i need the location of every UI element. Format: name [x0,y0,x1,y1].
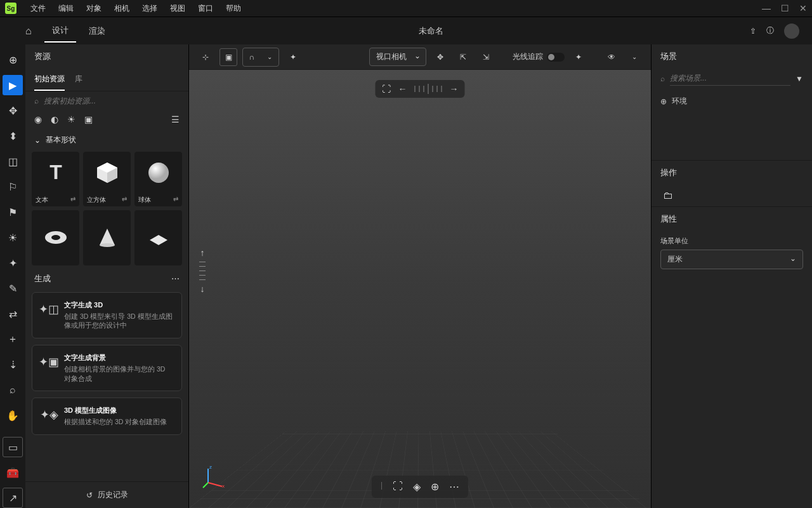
more-icon[interactable]: ⋯ [171,274,180,283]
window-close[interactable]: ✕ [799,3,807,13]
unit-value: 厘米 [667,254,683,265]
vt-magnet-caret[interactable]: ⌄ [261,48,278,66]
tool-brush[interactable]: ✎ [3,278,23,298]
asset-options-icon[interactable]: ⇄ [70,196,75,204]
folder-icon[interactable]: 🗀 [660,187,676,203]
menu-edit[interactable]: 编辑 [52,1,80,17]
env-label: 环境 [672,96,687,107]
tool-select[interactable]: ▶ [3,75,23,95]
menu-select[interactable]: 选择 [136,1,164,17]
zoom-down-icon[interactable]: ↓ [200,284,205,294]
window-maximize[interactable]: ☐ [781,3,789,13]
tl-ticks[interactable] [415,84,442,94]
asset-sphere[interactable]: 球体⇄ [134,152,182,206]
asset-options-icon[interactable]: ⇄ [173,196,178,204]
tool-primitive[interactable]: ◫ [3,151,23,171]
tab-library[interactable]: 库 [75,69,82,91]
section-basic-shapes[interactable]: ⌄ 基本形状 [25,128,188,152]
vt-settings-icon[interactable]: ✦ [570,48,587,66]
vt-cursor-icon[interactable]: ⊹ [197,48,214,66]
menu-file[interactable]: 文件 [24,1,52,17]
tool-add[interactable]: ⊕ [3,50,23,70]
tool-swap[interactable]: ⇄ [3,304,23,324]
menu-camera[interactable]: 相机 [108,1,136,17]
tl-prev-icon[interactable]: ← [398,84,407,94]
asset-cube[interactable]: 立方体⇄ [83,152,131,206]
tool-light[interactable]: ☀ [3,227,23,248]
vp-zoom-slider[interactable]: ↑ ↓ [199,248,206,294]
filter-sphere-icon[interactable]: ◐ [51,114,58,124]
tool-wand[interactable]: ✦ [3,253,23,273]
vt-magnet-icon[interactable]: ∩ [243,48,261,66]
vpb-more-icon[interactable]: ⋯ [449,481,459,493]
tl-next-icon[interactable]: → [450,84,459,94]
assets-search-input[interactable] [44,97,180,105]
asset-options-icon[interactable]: ⇄ [122,196,127,204]
tool-move[interactable]: ✥ [3,100,23,121]
unit-select[interactable]: 厘米 ⌄ [660,250,803,269]
history-button[interactable]: ↺ 历史记录 [25,481,188,508]
menu-object[interactable]: 对象 [80,1,108,17]
scene-search-input[interactable] [670,71,790,86]
tool-scale[interactable]: ⬍ [3,126,23,146]
filter-light-icon[interactable]: ☀ [67,114,75,124]
tool-paint[interactable]: ⚐ [3,177,23,197]
user-avatar[interactable] [784,23,799,39]
tab-design[interactable]: 设计 [44,20,76,43]
asset-cone[interactable] [83,210,131,265]
tool-plus[interactable]: ＋ [3,329,23,349]
tool-search[interactable]: ⌕ [3,380,23,400]
filter-icon[interactable]: ▼ [796,74,803,83]
gen-card-desc: 根据描述和您的 3D 对象创建图像 [64,417,174,427]
asset-plane[interactable] [134,210,182,265]
tree-environment[interactable]: ⊕ 环境 [660,93,803,109]
tool-hand[interactable]: ✋ [3,405,23,425]
vt-cam1-icon[interactable]: ✥ [431,48,449,66]
tool-archive[interactable]: ▭ [3,437,23,457]
tool-dropper[interactable]: ⇣ [3,354,23,375]
chevron-down-icon: ⌄ [414,51,421,60]
gen-card-title: 文字生成 3D [64,300,174,310]
chevron-down-icon: ⌄ [34,136,41,145]
filter-cube-icon[interactable]: ◉ [34,114,42,124]
clock-icon: ↺ [86,491,93,500]
menu-window[interactable]: 窗口 [192,1,219,17]
vt-frame-icon[interactable]: ▣ [219,48,237,66]
list-view-icon[interactable]: ☰ [171,114,180,124]
asset-text[interactable]: T 文本⇄ [32,152,79,206]
zoom-up-icon[interactable]: ↑ [200,248,205,258]
vpb-add-icon[interactable]: ⊕ [431,481,439,493]
menu-help[interactable]: 帮助 [219,1,247,17]
home-icon[interactable]: ⌂ [25,25,32,37]
camera-select[interactable]: 视口相机 ⌄ [369,48,426,66]
axis-gizmo[interactable]: zx [202,464,227,489]
asset-text-label: 文本 [36,196,48,204]
tool-export[interactable]: ↗ [3,488,23,508]
vpb-expand-icon[interactable]: ⛶ [393,481,403,493]
viewport-canvas[interactable]: ⛶ ← → ↑ ↓ zx | ⛶ ◈ ⊕ ⋯ [189,70,651,508]
vt-cam2-icon[interactable]: ⇱ [454,48,472,66]
camera-select-label: 视口相机 [376,52,407,61]
vt-visibility-icon[interactable]: 👁 [603,48,620,66]
asset-torus[interactable] [32,210,79,265]
gen-text-to-3d[interactable]: ✦◫ 文字生成 3D 创建 3D 模型来引导 3D 模型生成图像或用于您的设计中 [32,292,182,338]
help-icon[interactable]: ⓘ [766,25,774,36]
tl-expand-icon[interactable]: ⛶ [382,84,391,94]
filter-image-icon[interactable]: ▣ [84,114,93,124]
window-minimize[interactable]: — [762,3,771,13]
vt-sparkle-icon[interactable]: ✦ [284,48,302,66]
vt-visibility-caret[interactable]: ⌄ [625,48,643,66]
menu-view[interactable]: 视图 [164,1,192,17]
vpb-cube-icon[interactable]: ◈ [413,481,421,493]
tool-flag[interactable]: ⚑ [3,202,23,222]
document-title: 未命名 [113,25,750,37]
gen-card-title: 文字生成背景 [64,353,174,363]
share-icon[interactable]: ⇪ [750,27,756,36]
gen-3d-to-image[interactable]: ✦◈ 3D 模型生成图像 根据描述和您的 3D 对象创建图像 [32,398,182,435]
gen-text-to-bg[interactable]: ✦▣ 文字生成背景 创建相机背景的图像并与您的 3D 对象合成 [32,345,182,391]
tool-toolbox[interactable]: 🧰 [3,462,23,483]
tab-render[interactable]: 渲染 [81,20,113,42]
raytrace-toggle[interactable] [547,53,565,62]
tab-starter-assets[interactable]: 初始资源 [34,69,65,91]
vt-cam3-icon[interactable]: ⇲ [477,48,495,66]
